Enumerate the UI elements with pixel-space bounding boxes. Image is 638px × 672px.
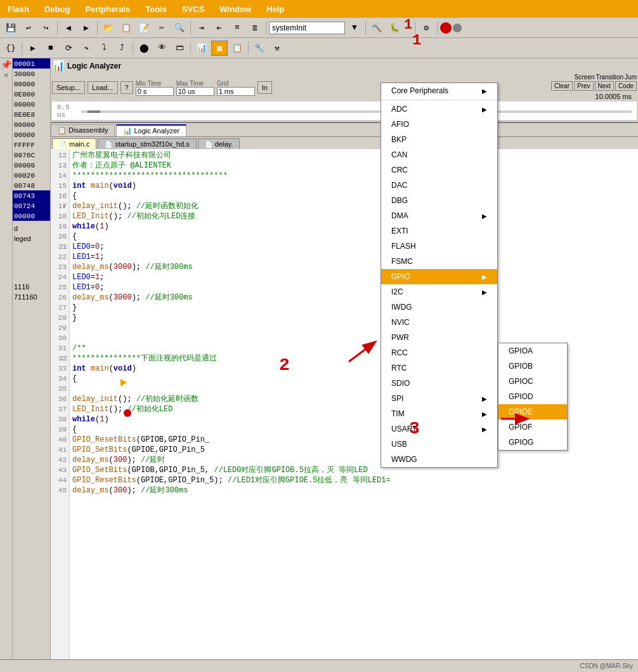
grid-group: Grid <box>217 80 255 96</box>
pin-icon[interactable]: 📌 <box>1 60 11 70</box>
menu-core-peripherals[interactable]: Core Peripherals▶ <box>381 83 497 98</box>
in-btn[interactable]: In <box>257 81 272 94</box>
max-time-input[interactable] <box>176 87 214 96</box>
indent-btn[interactable]: ⇥ <box>193 20 210 36</box>
cut-btn[interactable]: ✂ <box>153 20 170 36</box>
menu-crc[interactable]: CRC <box>381 162 497 178</box>
mem-btn[interactable]: 🗃 <box>171 41 188 56</box>
submenu-gpioe[interactable]: GPIOE <box>498 404 567 419</box>
menu-pwr[interactable]: PWR <box>381 330 497 345</box>
menu-help[interactable]: Help <box>264 3 287 15</box>
nav-back-btn[interactable]: ◀ <box>60 20 77 36</box>
menu-tim[interactable]: TIM▶ <box>381 406 497 421</box>
line-num-43: 43 <box>51 465 67 475</box>
menu-flash[interactable]: Flash <box>5 3 32 15</box>
nav-fwd-btn[interactable]: ▶ <box>78 20 94 36</box>
undo-btn[interactable]: ↩ <box>20 20 37 36</box>
grid-input[interactable] <box>217 87 255 96</box>
sysinit-dropdown-btn[interactable]: ▼ <box>346 20 363 36</box>
setup-btn[interactable]: Setup... <box>52 81 85 94</box>
submenu-gpiof[interactable]: GPIOF <box>498 419 567 435</box>
menu-svcs[interactable]: SVCS <box>179 3 207 15</box>
menu-gpio[interactable]: GPIO▶ <box>381 269 497 284</box>
menu-can[interactable]: CAN <box>381 147 497 162</box>
menu-spi[interactable]: SPI▶ <box>381 391 497 406</box>
menu-dac[interactable]: DAC <box>381 178 497 193</box>
redo-btn[interactable]: ↪ <box>38 20 55 36</box>
menu-usb[interactable]: USB <box>381 437 497 452</box>
config-btn[interactable]: 🔧 <box>251 41 268 56</box>
menu-tools[interactable]: Tools <box>143 3 169 15</box>
line-num-16: 16 ▸ <box>51 191 67 201</box>
watch-btn[interactable]: 👁 <box>153 41 170 56</box>
code-tab-main[interactable]: 📄 main.c <box>52 138 96 149</box>
close-panel-btn[interactable]: ✕ <box>4 70 8 80</box>
tab-disassembly[interactable]: 📋 Disassembly <box>51 124 115 136</box>
submenu-gpioa[interactable]: GPIOA <box>498 343 567 359</box>
code-tab-delay[interactable]: 📄 delay. <box>198 138 240 149</box>
prev-btn[interactable]: Prev <box>574 81 594 91</box>
menu-afio[interactable]: AFIO <box>381 117 497 132</box>
view-btn[interactable]: 📊 <box>193 41 210 56</box>
addr-0: 00001 <box>13 58 50 69</box>
submenu-gpiod[interactable]: GPIOD <box>498 389 567 404</box>
code-line-42: delay_ms(300); //延时 <box>72 455 635 465</box>
toolbar-icon-1[interactable]: 💾 <box>3 20 19 36</box>
menu-wwdg[interactable]: WWDG <box>381 452 497 467</box>
find-btn[interactable]: 🔍 <box>171 20 188 36</box>
outdent-btn[interactable]: ⇤ <box>211 20 228 36</box>
menu-iwdg[interactable]: IWDG <box>381 300 497 315</box>
menu-adc[interactable]: ADC▶ <box>381 102 497 117</box>
debug-btn[interactable]: 🐛 <box>386 20 403 36</box>
menu-peripherals[interactable]: Peripherals <box>82 3 133 15</box>
view3-btn[interactable]: 📋 <box>229 41 245 56</box>
restart-btn[interactable]: ⟳ <box>60 41 77 56</box>
menu-i2c[interactable]: I2C▶ <box>381 284 497 300</box>
menu-dma[interactable]: DMA▶ <box>381 208 497 223</box>
build-btn[interactable]: 🔨 <box>368 20 385 36</box>
step3-btn[interactable]: ⤴ <box>114 41 130 56</box>
submenu-gpiog[interactable]: GPIOG <box>498 435 567 450</box>
menu-fsmc[interactable]: FSMC <box>381 254 497 269</box>
code-btn[interactable]: Code <box>615 81 637 91</box>
stop-btn[interactable]: ■ <box>42 41 59 56</box>
tab-logic-analyzer[interactable]: 📊 Logic Analyzer <box>116 124 186 136</box>
open-btn[interactable]: 📂 <box>100 20 117 36</box>
step2-btn[interactable]: ⤵ <box>96 41 112 56</box>
code-tab-startup[interactable]: 📄 startup_stm32f10x_hd.s <box>98 138 196 149</box>
view2-btn[interactable]: ▦ <box>211 41 228 56</box>
submenu-gpiob[interactable]: GPIOB <box>498 359 567 374</box>
menu-exti[interactable]: EXTI <box>381 223 497 239</box>
menu-rtc[interactable]: RTC <box>381 360 497 376</box>
submenu-gpioc[interactable]: GPIOC <box>498 374 567 389</box>
menu-usart[interactable]: USART▶ <box>381 421 497 437</box>
braces-btn[interactable]: {} <box>3 41 19 56</box>
copy-btn[interactable]: 📋 <box>118 20 134 36</box>
code-tabs: 📄 main.c 📄 startup_stm32f10x_hd.s 📄 dela… <box>51 137 638 149</box>
addr-1: 30000 <box>13 69 50 79</box>
menu-bkp[interactable]: BKP <box>381 132 497 147</box>
run-btn[interactable]: ▶ <box>25 41 41 56</box>
menu-window[interactable]: Window <box>217 3 254 15</box>
load-btn[interactable]: Load... <box>88 81 118 94</box>
menu-sdio[interactable]: SDIO <box>381 376 497 391</box>
menu-flash[interactable]: FLASH <box>381 239 497 254</box>
next-btn[interactable]: Next <box>595 81 615 91</box>
min-time-input[interactable] <box>136 87 174 96</box>
menu-nvic[interactable]: NVIC <box>381 315 497 330</box>
sysinit-input[interactable] <box>269 22 345 34</box>
paste-btn[interactable]: 📝 <box>136 20 152 36</box>
search-btn2[interactable] <box>440 22 452 34</box>
help-btn[interactable]: ? <box>120 81 133 94</box>
menu-rcc[interactable]: RCC <box>381 345 497 360</box>
align2-btn[interactable]: ≣ <box>247 20 263 36</box>
bp-btn[interactable]: ⬤ <box>136 41 152 56</box>
config2-btn[interactable]: ⚒ <box>269 41 285 56</box>
settings-btn[interactable]: ⚙ <box>418 20 434 36</box>
menu-dbg[interactable]: DBG <box>381 193 497 208</box>
menu-debug[interactable]: Debug <box>42 3 72 15</box>
clear-btn[interactable]: Clear <box>551 81 573 91</box>
step-btn[interactable]: ↷ <box>78 41 94 56</box>
line-num-33: 33 <box>51 364 67 374</box>
align-btn[interactable]: ≡ <box>229 20 245 36</box>
